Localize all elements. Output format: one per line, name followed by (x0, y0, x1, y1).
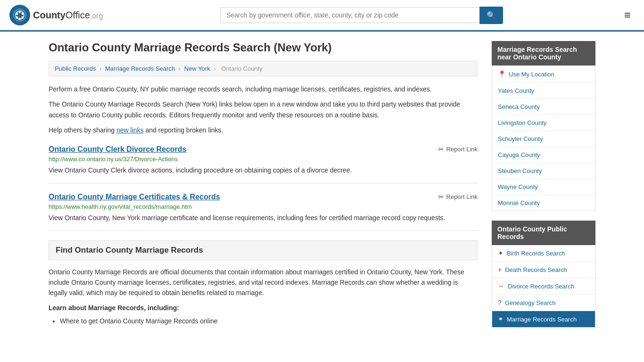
pr-item-2: ↔ Divorce Records Search (492, 278, 595, 295)
pr-link-2[interactable]: Divorce Records Search (508, 283, 574, 290)
svg-point-5 (19, 18, 21, 20)
new-links-link[interactable]: new links (116, 126, 144, 134)
record-title-1[interactable]: Ontario County Clerk Divorce Records (49, 145, 187, 154)
breadcrumb-public-records[interactable]: Public Records (55, 65, 96, 72)
logo-area: CountyOffice.org (9, 5, 103, 25)
nearby-county-3: Schuyler County (492, 131, 595, 147)
search-icon: 🔍 (487, 11, 496, 19)
nearby-county-2: Livingston County (492, 115, 595, 131)
nearby-county-7: Monroe County (492, 195, 595, 211)
record-block-2: Ontario County Marriage Certificates & R… (49, 193, 478, 231)
record-url-1: http://www.co.ontario.ny.us/327/Divorce-… (49, 156, 478, 163)
record-block-1: Ontario County Clerk Divorce Records ✂ R… (49, 145, 478, 183)
svg-point-7 (16, 13, 18, 15)
pr-item-0: ✦ Birth Records Search (492, 245, 595, 262)
pr-item-4-active: ⚭ Marriage Records Search (492, 311, 595, 327)
birth-icon: ✦ (498, 249, 504, 257)
nearby-county-5: Steuben County (492, 163, 595, 179)
breadcrumb-new-york[interactable]: New York (184, 65, 210, 72)
nearby-county-link-4[interactable]: Cayuga County (498, 151, 540, 158)
hamburger-menu-button[interactable]: ≡ (620, 7, 635, 24)
sidebar: Marriage Records Search near Ontario Cou… (492, 41, 595, 328)
bullet-item-1: Where to get Ontario County Marriage Rec… (60, 315, 478, 327)
search-button[interactable]: 🔍 (479, 7, 503, 24)
nearby-county-6: Wayne County (492, 179, 595, 195)
public-records-section-title: Ontario County Public Records (492, 221, 595, 245)
find-body-text: Ontario County Marriage Records are offi… (49, 267, 478, 298)
content-area: Ontario County Marriage Records Search (… (49, 41, 478, 328)
find-section-heading: Find Ontario County Marriage Records (49, 240, 478, 260)
intro-paragraph-3: Help others by sharing new links and rep… (49, 125, 478, 135)
breadcrumb-current: Ontario County (221, 65, 262, 72)
death-icon: + (498, 266, 502, 273)
svg-point-3 (22, 13, 24, 15)
nearby-county-4: Cayuga County (492, 147, 595, 163)
scissors-icon-1: ✂ (438, 145, 444, 154)
scissors-icon-2: ✂ (438, 193, 444, 201)
pr-link-0[interactable]: Birth Records Search (507, 250, 565, 257)
report-link-btn-2[interactable]: ✂ Report Link (438, 193, 478, 201)
pr-link-4[interactable]: Marriage Records Search (507, 316, 577, 323)
nearby-section-title: Marriage Records Search near Ontario Cou… (492, 41, 595, 66)
nearby-county-link-2[interactable]: Livingston County (498, 119, 546, 126)
intro-paragraph-1: Perform a free Ontario County, NY public… (49, 84, 478, 94)
svg-point-6 (16, 16, 18, 19)
public-records-list: ✦ Birth Records Search + Death Records S… (492, 245, 595, 328)
location-pin-icon: 📍 (498, 70, 506, 78)
nearby-county-link-5[interactable]: Steuben County (498, 167, 542, 174)
divorce-icon: ↔ (498, 282, 504, 290)
genealogy-icon: ? (498, 299, 502, 306)
hamburger-icon: ≡ (624, 8, 631, 21)
record-url-2: https://www.health.ny.gov/vital_records/… (49, 203, 478, 210)
pr-item-1: + Death Records Search (492, 262, 595, 278)
nearby-county-link-7[interactable]: Monroe County (498, 199, 540, 206)
learn-heading: Learn about Marriage Records, including: (49, 304, 478, 312)
use-location-row: 📍 Use My Location (492, 66, 595, 83)
search-area: 🔍 (220, 7, 503, 24)
logo-text: CountyOffice.org (33, 10, 103, 21)
learn-bullets: Where to get Ontario County Marriage Rec… (60, 315, 478, 327)
nearby-county-link-0[interactable]: Yates County (498, 87, 534, 94)
main-container: Ontario County Marriage Records Search (… (39, 32, 605, 337)
intro-paragraph-2: The Ontario County Marriage Records Sear… (49, 99, 478, 120)
svg-point-2 (19, 11, 21, 13)
site-header: CountyOffice.org 🔍 ≡ (0, 0, 644, 32)
report-link-btn-1[interactable]: ✂ Report Link (438, 145, 478, 154)
svg-point-4 (22, 16, 24, 19)
record-desc-2: View Ontario County, New York marriage c… (49, 213, 478, 223)
nearby-county-0: Yates County (492, 83, 595, 99)
search-input[interactable] (220, 7, 479, 23)
use-location-link[interactable]: Use My Location (509, 71, 554, 78)
nearby-county-1: Seneca County (492, 99, 595, 115)
pr-link-3[interactable]: Genealogy Search (505, 299, 556, 306)
breadcrumb: Public Records › Marriage Records Search… (49, 61, 478, 76)
nearby-county-link-1[interactable]: Seneca County (498, 103, 540, 110)
page-title: Ontario County Marriage Records Search (… (49, 41, 478, 54)
logo-icon (9, 5, 30, 25)
record-desc-1: View Ontario County Clerk divorce action… (49, 165, 478, 175)
marriage-icon: ⚭ (498, 315, 504, 323)
pr-link-1[interactable]: Death Records Search (505, 266, 567, 273)
nearby-county-link-3[interactable]: Schuyler County (498, 135, 543, 142)
record-title-2[interactable]: Ontario County Marriage Certificates & R… (49, 193, 220, 201)
nearby-counties-list: 📍 Use My Location Yates County Seneca Co… (492, 66, 595, 211)
breadcrumb-marriage-records-search[interactable]: Marriage Records Search (105, 65, 175, 72)
nearby-county-link-6[interactable]: Wayne County (498, 183, 538, 190)
pr-item-3: ? Genealogy Search (492, 295, 595, 311)
